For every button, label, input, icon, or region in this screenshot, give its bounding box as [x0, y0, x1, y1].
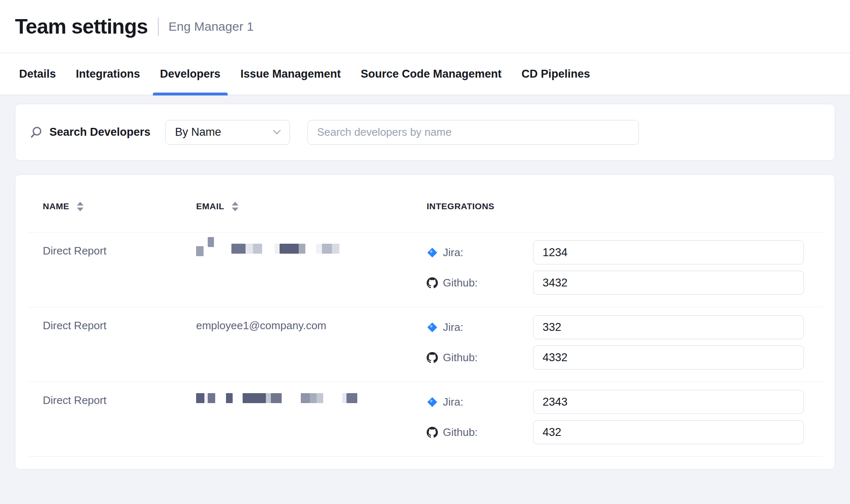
github-label-box: Github: [427, 426, 533, 439]
jira-line: Jira: [427, 315, 804, 339]
github-label: Github: [443, 276, 478, 289]
github-label: Github: [443, 426, 478, 439]
developer-name: Direct Report [43, 390, 196, 407]
redacted-email-blocks [196, 242, 427, 255]
redacted-email-blocks [196, 391, 427, 405]
jira-line: Jira: [427, 390, 804, 414]
table-body: Direct Report Jira: [28, 232, 822, 457]
page-title: Team settings [15, 15, 148, 39]
integrations-cell: Jira: Github: [427, 390, 825, 444]
column-header-name-label: NAME [43, 201, 69, 211]
jira-icon [427, 322, 438, 333]
tab-details[interactable]: Details [12, 53, 63, 95]
github-line: Github: [427, 271, 804, 295]
sort-icon[interactable] [77, 202, 84, 211]
jira-id-input[interactable] [533, 240, 804, 264]
developer-email-cell [196, 240, 427, 255]
tab-issue-management[interactable]: Issue Management [233, 53, 348, 95]
developer-name: Direct Report [43, 240, 196, 257]
table-row: Direct Report employee1@company.com Jira… [28, 307, 822, 382]
column-header-integrations: INTEGRATIONS [427, 201, 822, 211]
table-row: Direct Report Jira: [28, 232, 822, 307]
jira-label-box: Jira: [427, 246, 533, 259]
search-icon [29, 126, 43, 139]
search-filter-selected-value: By Name [175, 126, 221, 139]
jira-label: Jira: [443, 321, 463, 334]
tab-integrations[interactable]: Integrations [69, 53, 147, 95]
sort-icon[interactable] [232, 202, 238, 211]
page-subtitle: Eng Manager 1 [169, 20, 254, 34]
page-header: Team settings Eng Manager 1 [0, 0, 850, 53]
column-header-email[interactable]: EMAIL [196, 201, 427, 211]
tab-bar: DetailsIntegrationsDevelopersIssue Manag… [0, 53, 850, 95]
developer-name: Direct Report [43, 315, 196, 332]
github-id-input[interactable] [533, 271, 804, 295]
developer-email-cell: employee1@company.com [196, 315, 427, 332]
search-developers-card: Search Developers By Name [15, 104, 835, 161]
github-label: Github: [443, 351, 478, 364]
title-separator [158, 17, 159, 36]
tab-source-code-management[interactable]: Source Code Management [354, 53, 509, 95]
table-row: Direct Report Jira: [28, 382, 822, 457]
jira-label-box: Jira: [427, 396, 533, 409]
title-row: Team settings Eng Manager 1 [15, 15, 254, 39]
chevron-down-icon [273, 127, 280, 134]
search-filter-select[interactable]: By Name [165, 120, 290, 145]
jira-label: Jira: [443, 246, 463, 259]
developer-email-cell [196, 390, 427, 405]
github-line: Github: [427, 345, 804, 369]
jira-icon [427, 396, 438, 408]
github-id-input[interactable] [533, 345, 804, 369]
integrations-cell: Jira: Github: [427, 315, 825, 369]
column-header-email-label: EMAIL [196, 201, 224, 211]
jira-label: Jira: [443, 396, 463, 409]
github-label-box: Github: [427, 351, 533, 364]
github-icon [427, 427, 438, 438]
integrations-cell: Jira: Github: [427, 240, 825, 295]
jira-label-box: Jira: [427, 321, 533, 334]
tab-developers[interactable]: Developers [153, 53, 228, 95]
developers-table-card: NAME EMAIL INTEGRATIONS Direct Report [15, 174, 835, 470]
column-header-name[interactable]: NAME [43, 201, 196, 211]
search-input[interactable] [307, 120, 639, 145]
developer-email: employee1@company.com [196, 315, 427, 332]
jira-icon [427, 247, 438, 258]
github-label-box: Github: [427, 276, 533, 289]
jira-id-input[interactable] [533, 315, 804, 339]
column-header-integrations-label: INTEGRATIONS [427, 201, 494, 211]
table-header-row: NAME EMAIL INTEGRATIONS [28, 175, 822, 232]
github-line: Github: [427, 420, 804, 444]
github-id-input[interactable] [533, 420, 804, 444]
github-icon [427, 352, 438, 363]
jira-line: Jira: [427, 240, 804, 264]
tab-cd-pipelines[interactable]: CD Pipelines [514, 53, 597, 95]
search-developers-label: Search Developers [49, 126, 150, 139]
main-content: Search Developers By Name NAME EMAIL INT… [0, 95, 850, 470]
jira-id-input[interactable] [533, 390, 804, 414]
github-icon [427, 277, 438, 289]
